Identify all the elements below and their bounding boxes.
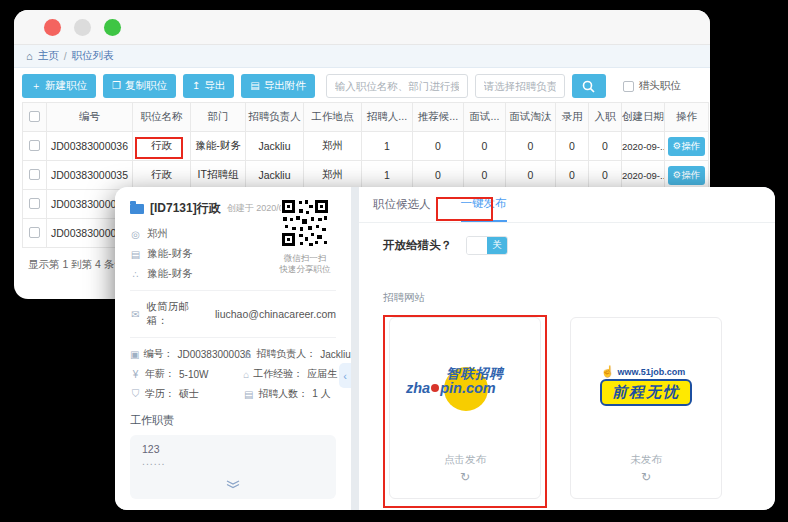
col-created[interactable]: 创建日期 (622, 103, 665, 132)
cell-hired[interactable]: 0 (556, 161, 589, 190)
col-id[interactable]: 编号 (47, 103, 133, 132)
yen-icon: ¥ (130, 369, 141, 380)
cell-dept: IT招聘组 (191, 161, 246, 190)
job51-status: 未发布 (630, 453, 662, 467)
owner-select-input[interactable] (475, 74, 565, 98)
cell-id: JD00383000036 (47, 132, 133, 161)
zhaopin-en-post: pin.com (440, 380, 496, 396)
breadcrumb-separator: / (64, 50, 67, 62)
cell-recommend[interactable]: 0 (413, 132, 464, 161)
export-attachments-label: 导出附件 (264, 79, 306, 93)
col-owner[interactable]: 招聘负责人 (246, 103, 304, 132)
headhunter-filter[interactable]: 猎头职位 (623, 79, 681, 93)
col-recommend[interactable]: 推荐候... (413, 103, 464, 132)
refresh-icon[interactable]: ↻ (460, 470, 470, 484)
graduation-cap-icon: ⛉ (130, 388, 141, 400)
document-icon: ▤ (243, 389, 254, 400)
plus-icon: ＋ (31, 81, 41, 91)
new-position-button[interactable]: ＋ 新建职位 (22, 74, 96, 98)
duties-content-box: 123 ...... (130, 435, 336, 499)
field-label: 学历： (145, 387, 175, 401)
recruitment-sites-title: 招聘网站 (383, 291, 751, 305)
col-interview-out[interactable]: 面试淘汰 (506, 103, 556, 132)
col-hired[interactable]: 录用 (556, 103, 589, 132)
cell-location: 郑州 (304, 161, 362, 190)
resume-email-label: 收简历邮箱： (147, 300, 209, 328)
row-checkbox[interactable] (29, 198, 40, 209)
hand-pointer-icon: ☝ (601, 365, 615, 378)
cell-hires: 1 (362, 132, 413, 161)
maximize-button[interactable] (104, 19, 121, 36)
headhunter-label: 猎头职位 (639, 79, 681, 93)
row-action-button[interactable]: ⚙操作 (668, 166, 706, 185)
zhaopin-publish-card[interactable]: 智联招聘 zhapin.com 点击发布 ↻ (389, 317, 541, 499)
envelope-icon: ✉ (130, 309, 141, 320)
col-dept[interactable]: 部门 (191, 103, 246, 132)
cell-hired[interactable]: 0 (556, 132, 589, 161)
detail-location: 郑州 (147, 227, 168, 241)
tab-candidates[interactable]: 职位候选人 (373, 187, 431, 222)
cell-interview[interactable]: 0 (464, 132, 506, 161)
zhaopin-en-pre: zha (406, 380, 430, 396)
briefcase-icon: ⌂ (243, 369, 249, 380)
row-checkbox[interactable] (29, 169, 40, 180)
table-row: JD00383000036 行政 豫能-财务 Jackliu 郑州 1 0 0 … (23, 132, 709, 161)
job51-badge: 前程无忧 (600, 379, 692, 406)
collapse-panel-handle[interactable]: ‹ (339, 363, 351, 388)
copy-position-button[interactable]: ❐ 复制职位 (103, 74, 176, 98)
cell-interview-out[interactable]: 0 (506, 132, 556, 161)
headhunter-checkbox[interactable] (623, 81, 634, 92)
cell-recommend[interactable]: 0 (413, 161, 464, 190)
close-button[interactable] (44, 19, 61, 36)
export-button[interactable]: ↥ 导出 (183, 74, 234, 98)
building-icon: ▤ (130, 249, 141, 260)
headhunter-toggle[interactable]: 关 (466, 236, 508, 255)
position-link[interactable]: 行政 (133, 161, 191, 190)
export-attachments-button[interactable]: ▤ 导出附件 (241, 74, 314, 98)
resume-email-value: liuchao@chinacareer.com (215, 308, 336, 320)
headhunter-question-label: 开放给猎头？ (383, 238, 452, 253)
field-value: JD00383000036 (177, 349, 250, 360)
col-onboard[interactable]: 入职 (589, 103, 622, 132)
id-card-icon: ▣ (130, 349, 139, 360)
breadcrumb-home[interactable]: 主页 (38, 49, 59, 63)
tab-one-click-publish[interactable]: 一键发布 (461, 187, 507, 222)
export-icon: ↥ (192, 81, 200, 91)
cell-interview[interactable]: 0 (464, 161, 506, 190)
cell-owner: Jackliu (246, 161, 304, 190)
col-title[interactable]: 职位名称 (133, 103, 191, 132)
row-checkbox[interactable] (29, 227, 40, 238)
duties-line1: 123 (142, 443, 324, 455)
row-action-button[interactable]: ⚙操作 (668, 137, 706, 156)
breadcrumb: ⌂ 主页 / 职位列表 (14, 44, 710, 68)
expand-chevron-icon[interactable] (142, 475, 324, 493)
chevron-left-icon: ‹ (343, 370, 347, 382)
qr-code (281, 199, 329, 247)
detail-title: [ID7131]行政 (150, 200, 221, 217)
file-icon: ▤ (250, 81, 259, 91)
cell-onboard[interactable]: 0 (589, 161, 622, 190)
search-button[interactable] (572, 74, 606, 98)
divider (130, 337, 336, 338)
select-all-checkbox[interactable] (29, 111, 40, 122)
cell-interview-out[interactable]: 0 (506, 161, 556, 190)
detail-panel: [ID7131]行政 创建于 2020/09 微信扫一扫 (115, 187, 351, 510)
minimize-button[interactable] (74, 19, 91, 36)
zhaopin-red-dot (431, 384, 439, 392)
field-label: 编号： (143, 347, 173, 361)
job51-publish-card[interactable]: ☝ www.51job.com 前程无忧 未发布 ↻ (570, 317, 722, 499)
window-titlebar (14, 10, 710, 44)
action-label: 操作 (681, 169, 700, 180)
search-input[interactable] (326, 74, 468, 98)
refresh-icon[interactable]: ↻ (641, 470, 651, 484)
copy-icon: ❐ (112, 81, 121, 91)
cell-onboard[interactable]: 0 (589, 132, 622, 161)
col-hires[interactable]: 招聘人... (362, 103, 413, 132)
position-link[interactable]: 行政 (133, 132, 191, 161)
location-pin-icon: ◎ (130, 229, 141, 240)
row-checkbox[interactable] (29, 140, 40, 151)
cell-hires: 1 (362, 161, 413, 190)
col-interview[interactable]: 面试... (464, 103, 506, 132)
position-detail-overlay: [ID7131]行政 创建于 2020/09 微信扫一扫 (115, 187, 775, 510)
col-location[interactable]: 工作地点 (304, 103, 362, 132)
